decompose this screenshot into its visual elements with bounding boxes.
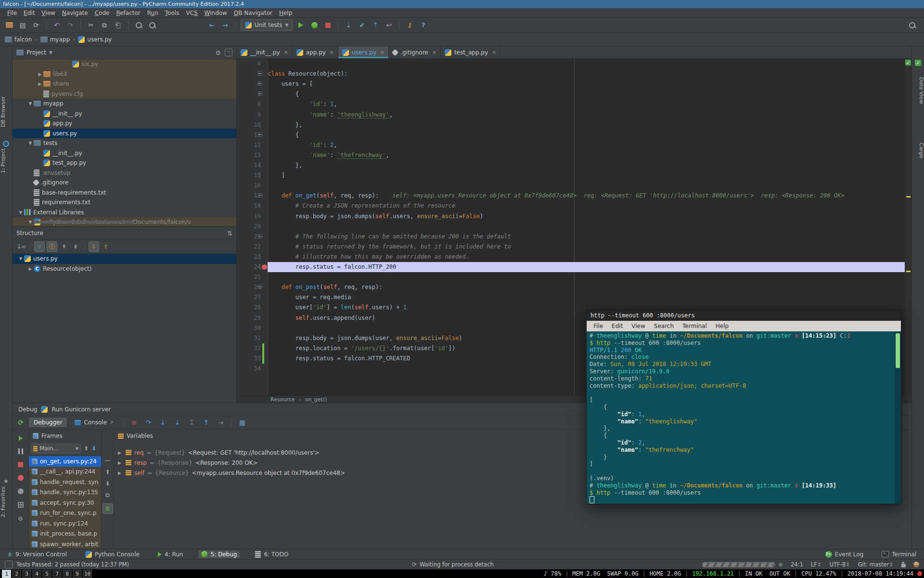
frame-down-icon[interactable]: ⬇ (91, 445, 96, 452)
line-number[interactable]: 8 (237, 99, 261, 109)
warning-mark[interactable] (906, 271, 911, 272)
workspace-8[interactable]: 8 (63, 570, 72, 578)
code-line[interactable]: 7 { (237, 89, 905, 99)
tool-button-event-log[interactable]: 9+Event Log (822, 551, 867, 558)
run-configuration-select[interactable]: Unit tests ▼ (241, 19, 293, 31)
code-line[interactable]: 6 users = [ (237, 79, 905, 89)
close-icon[interactable]: × (432, 49, 436, 55)
menu-item-file[interactable]: File (4, 10, 20, 16)
code-line[interactable]: 13 'name': 'thefrenchway', (237, 150, 905, 160)
hector-icon[interactable] (913, 562, 919, 567)
close-icon[interactable]: × (330, 49, 334, 55)
workspace-9[interactable]: 9 (73, 570, 82, 578)
revert-icon[interactable]: ↩ (384, 20, 394, 30)
line-number[interactable]: 31 (237, 333, 261, 343)
menu-item-vcs[interactable]: VCS (182, 10, 201, 16)
stack-frame[interactable]: run_for_one, sync.p (29, 508, 101, 519)
collapse-all-icon[interactable]: ⇟ (71, 242, 80, 251)
copy-icon[interactable]: ⧉ (99, 20, 110, 30)
breakpoint-icon[interactable] (262, 264, 267, 270)
line-number[interactable]: 21 (237, 232, 261, 242)
tool-button-cargo[interactable]: Cargo (912, 143, 924, 158)
collapse-all-icon[interactable]: − (225, 49, 232, 56)
debug-settings-icon[interactable]: ⚙ (18, 515, 23, 522)
code-line[interactable]: 20 (237, 222, 905, 232)
close-icon[interactable]: × (284, 49, 288, 55)
threads-view-icon[interactable]: ⚙ (103, 503, 113, 514)
menu-item-tools[interactable]: Tools (162, 10, 183, 16)
line-number[interactable]: 28 (237, 302, 261, 313)
code-line[interactable]: 14 }, (237, 160, 905, 171)
line-ending-select[interactable]: LF⇕ (811, 561, 822, 568)
line-number[interactable]: 15 (237, 171, 261, 181)
tool-button-5-debug[interactable]: 5: Debug (198, 551, 240, 558)
rerun-icon[interactable]: ⟳ (15, 417, 26, 428)
mute-breakpoints-icon[interactable] (18, 488, 24, 494)
code-line[interactable]: 19 resp.body = json.dumps(self.users, en… (237, 211, 905, 222)
replace-icon[interactable] (147, 20, 157, 30)
tree-arrow-icon[interactable]: ▼ (17, 210, 24, 215)
navigate-forward-icon[interactable]: → (220, 20, 231, 30)
line-number[interactable]: 29 (237, 313, 261, 323)
evaluate-expression-icon[interactable]: ▦ (237, 419, 248, 426)
horizontal-scrollbar[interactable] (34, 221, 135, 223)
stack-frame[interactable]: spawn_worker, arbit (29, 539, 101, 550)
breadcrumb-falcon[interactable]: falcon (5, 36, 32, 43)
close-icon[interactable]: × (492, 49, 496, 55)
line-number[interactable]: 17 (237, 191, 261, 201)
save-icon[interactable]: ▤ (17, 20, 28, 30)
tool-button-9-version-control[interactable]: ⋔9: Version Control (5, 551, 70, 558)
tool-button-terminal[interactable]: >_Terminal (879, 551, 919, 558)
settings-repo-icon[interactable]: ⚷ (404, 20, 415, 30)
project-tree-item-test-app-py[interactable]: test_app.py (13, 158, 236, 168)
code-line[interactable]: 24 resp.status = falcon.HTTP_200 (237, 262, 905, 272)
tree-arrow-icon[interactable]: ▼ (27, 101, 34, 106)
search-everywhere-icon[interactable] (907, 20, 917, 30)
line-number[interactable]: 10 (237, 120, 261, 130)
inspection-status-icon[interactable]: ✓ (905, 60, 911, 66)
close-icon[interactable]: × (380, 49, 385, 55)
menu-item-run[interactable]: Run (144, 10, 162, 16)
project-tree-item-envsetup[interactable]: .envsetup (13, 168, 236, 178)
editor-breadcrumb-resource[interactable]: Resource (270, 396, 295, 403)
run-button[interactable] (295, 20, 306, 30)
pin-icon[interactable] (917, 571, 922, 576)
next-frame-icon[interactable]: ⬇ (105, 480, 110, 487)
project-tree-item-lib64[interactable]: ▶lib64 (13, 69, 236, 79)
stack-frame[interactable]: init_process, base.p (29, 529, 101, 539)
line-number[interactable]: 7 (237, 89, 261, 99)
tool-button-data-view[interactable]: Data View (912, 77, 924, 104)
line-number[interactable]: 13 (237, 150, 261, 160)
stop-icon[interactable] (18, 462, 23, 467)
terminal-menu-help[interactable]: Help (712, 323, 732, 329)
project-tree-item-base-requirements-txt[interactable]: base-requirements.txt (13, 188, 236, 198)
menu-item-navigate[interactable]: Navigate (59, 10, 91, 16)
project-tree-item-init-py[interactable]: __init__.py (13, 109, 236, 119)
resume-icon[interactable] (19, 436, 23, 441)
fold-marker-icon[interactable] (258, 234, 262, 238)
code-line[interactable]: 16 (237, 181, 905, 191)
workspace-3[interactable]: 3 (22, 570, 31, 578)
workspace-1[interactable]: 1 (2, 570, 11, 578)
project-tree-item-six-py[interactable]: six.py (13, 59, 236, 69)
tool-button-python-console[interactable]: Python Console (82, 551, 142, 558)
expander-icon[interactable]: ▶ (118, 460, 123, 465)
breadcrumb-myapp[interactable]: myapp (40, 36, 70, 43)
code-line[interactable]: 26 def on_post(self, req, resp): (237, 282, 905, 292)
hide-frames-icon[interactable]: — (105, 457, 111, 464)
warning-mark[interactable] (906, 196, 911, 197)
pause-icon[interactable] (18, 448, 23, 454)
line-number[interactable]: 6 (237, 79, 261, 89)
git-branch-select[interactable]: Git: master⇕ (858, 561, 894, 568)
fold-marker-icon[interactable] (258, 92, 262, 96)
fold-marker-icon[interactable] (258, 193, 262, 197)
line-number[interactable]: 20 (237, 222, 261, 232)
cut-icon[interactable]: ✂ (86, 20, 96, 30)
show-execution-point-icon[interactable]: ≡ (128, 419, 140, 426)
code-line[interactable]: 10 }, (237, 120, 905, 130)
menu-item-view[interactable]: View (38, 10, 58, 16)
workspace-5[interactable]: 5 (42, 570, 51, 578)
code-line[interactable]: 27 user = req.media (237, 292, 905, 302)
project-tree-item-external-libraries[interactable]: ▼External Libraries (13, 208, 236, 218)
copy-stack-icon[interactable]: ⧉ (105, 492, 110, 499)
